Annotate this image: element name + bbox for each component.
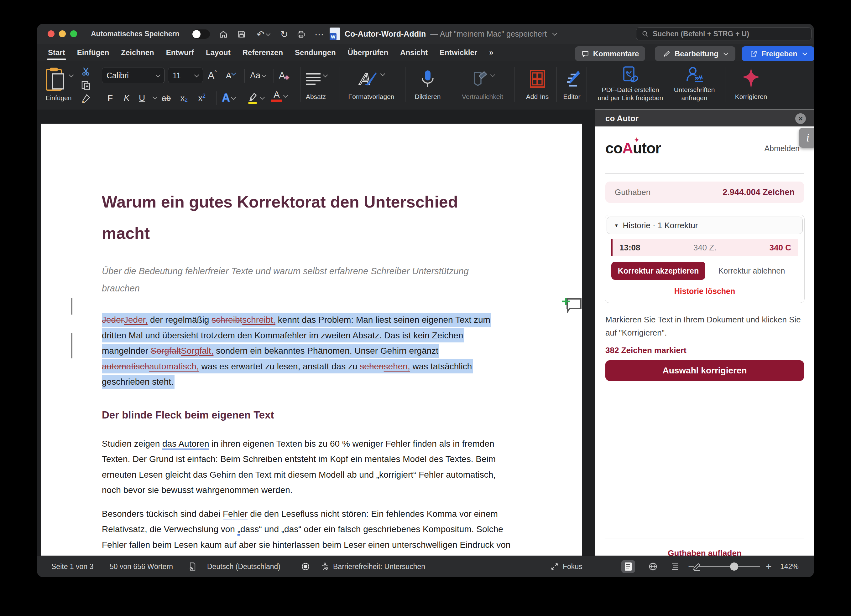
balance-value: 2.944.004 Zeichen (723, 187, 795, 197)
paragraph-align-icon (305, 72, 322, 86)
ribbon: Einfügen Calibri 11 A^ A Aa A◆ F K U ab … (37, 61, 814, 110)
format-painter-icon[interactable] (80, 93, 92, 105)
paragraph-tracked-changes[interactable]: JederJeder, der regelmäßig schreibtschre… (102, 312, 529, 390)
tab-entwurf[interactable]: Entwurf (160, 44, 200, 61)
pencil-icon (663, 50, 671, 58)
correct-addin-button[interactable]: Korrigieren (734, 65, 768, 101)
correct-selection-button[interactable]: Auswahl korrigieren (605, 360, 804, 381)
strikethrough-button[interactable]: ab (162, 91, 171, 105)
text-effects-button[interactable]: A (222, 91, 235, 105)
new-comment-icon[interactable] (561, 297, 583, 315)
toggle-knob (192, 30, 200, 38)
undo-button[interactable]: ↶ (254, 28, 272, 40)
close-taskpane-icon[interactable]: × (795, 113, 806, 124)
share-button[interactable]: Freigeben (742, 46, 814, 61)
zoom-slider-knob[interactable] (730, 562, 738, 571)
zoom-in-button[interactable]: + (766, 556, 772, 577)
balance-label: Guthaben (615, 187, 651, 197)
clear-history-link[interactable]: Historie löschen (605, 287, 804, 296)
change-case-button[interactable]: Aa (250, 68, 266, 82)
pdf-create-button[interactable]: PDF-Datei erstellen und per Link freigeb… (593, 65, 668, 102)
shrink-font-button[interactable]: A (226, 68, 235, 82)
search-input[interactable]: Suchen (Befehl + STRG + U) (636, 27, 812, 40)
taskpane-body: coA✦utor Abmelden i Guthaben 2.944.004 Z… (595, 126, 814, 556)
print-icon[interactable] (295, 28, 307, 40)
document-title: Co-Autor-Word-Addin (345, 29, 426, 39)
font-size-select[interactable]: 11 (168, 67, 203, 83)
text-line: Studien zeigen das Autoren in ihren eige… (102, 436, 529, 452)
home-icon[interactable] (218, 28, 229, 40)
tab-entwickler[interactable]: Entwickler (434, 44, 483, 61)
history-header[interactable]: ▾ Historie · 1 Korrektur (607, 217, 803, 234)
word-count-status[interactable]: 50 von 656 Wörtern (110, 556, 173, 577)
zoom-slider[interactable] (699, 566, 760, 567)
text-line: erneuten Lesen gleicht das Gehirn den Te… (102, 467, 529, 483)
chevron-down-icon (156, 72, 161, 77)
paste-button[interactable]: Einfügen (41, 65, 76, 102)
save-icon[interactable] (236, 28, 248, 40)
comments-button[interactable]: Kommentare (575, 46, 645, 61)
status-bar: Seite 1 von 3 50 von 656 Wörtern Deutsch… (37, 556, 814, 577)
document-page[interactable]: Warum ein gutes Korrektorat den Untersch… (41, 124, 582, 556)
tab-zeichnen[interactable]: Zeichnen (115, 44, 160, 61)
tab-layout[interactable]: Layout (200, 44, 236, 61)
document-title-group[interactable]: W Co-Autor-Word-Addin — Auf "meinem Mac"… (329, 24, 556, 44)
paragraph-2[interactable]: Studien zeigen das Autoren in ihren eige… (102, 436, 529, 498)
titlebar: Automatisches Speichern ↶ ↻ ⋯ W Co-Autor… (37, 24, 814, 44)
language-status[interactable]: Deutsch (Deutschland) (207, 556, 280, 577)
italic-button[interactable]: K (124, 91, 130, 105)
underline-button[interactable]: U (139, 91, 145, 105)
signout-link[interactable]: Abmelden (764, 144, 800, 153)
tab-ansicht[interactable]: Ansicht (394, 44, 434, 61)
reject-correction-button[interactable]: Korrektur ablehnen (705, 266, 798, 276)
proofing-status-icon[interactable] (188, 556, 197, 577)
print-layout-view-icon[interactable] (621, 560, 635, 573)
clear-formatting-button[interactable]: A◆ (279, 68, 289, 82)
accessibility-icon[interactable]: Barrierefreiheit: Untersuchen (320, 556, 425, 577)
accept-correction-button[interactable]: Korrektur akzeptieren (611, 262, 705, 280)
highlight-button[interactable] (246, 91, 264, 105)
editor-button[interactable]: Editor (558, 65, 586, 101)
tab--[interactable]: » (483, 44, 499, 61)
page-number-status[interactable]: Seite 1 von 3 (51, 556, 93, 577)
font-name-select[interactable]: Calibri (102, 67, 164, 83)
editing-mode-button[interactable]: Bearbeitung (655, 46, 735, 61)
grow-font-button[interactable]: A^ (208, 68, 217, 82)
tab-start[interactable]: Start (42, 44, 71, 61)
dictate-button[interactable]: Diktieren (412, 65, 444, 101)
paragraph-3[interactable]: Besonders tückisch sind dabei Fehler die… (102, 506, 529, 556)
tab-referenzen[interactable]: Referenzen (236, 44, 289, 61)
redo-icon[interactable]: ↻ (278, 28, 290, 40)
more-commands-icon[interactable]: ⋯ (313, 28, 325, 40)
ribbon-tab-row: StartEinfügenZeichnenEntwurfLayoutRefere… (37, 44, 814, 61)
superscript-button[interactable]: x2 (198, 91, 206, 105)
minimize-window-button[interactable] (59, 30, 66, 37)
close-window-button[interactable] (48, 30, 54, 37)
history-row[interactable]: 13:08 340 Z. 340 C (611, 239, 798, 256)
styles-icon: A (358, 69, 379, 88)
chevron-down-icon (69, 72, 74, 77)
subscript-button[interactable]: x2 (180, 91, 188, 105)
focus-mode-button[interactable]: Fokus (550, 556, 582, 577)
styles-group-button[interactable]: A Formatvorlagen (348, 65, 395, 101)
cut-scissors-icon[interactable] (80, 66, 92, 77)
tab--berpr-fen[interactable]: Überprüfen (342, 44, 394, 61)
search-icon (641, 30, 649, 37)
info-button[interactable]: i (799, 128, 814, 148)
macro-record-icon[interactable] (301, 556, 310, 577)
autosave-toggle[interactable] (192, 29, 210, 39)
maximize-window-button[interactable] (70, 30, 77, 37)
font-color-button[interactable]: A (271, 90, 287, 102)
zoom-level-label[interactable]: 142% (780, 556, 799, 577)
copy-icon[interactable] (80, 79, 92, 91)
bold-button[interactable]: F (107, 91, 113, 105)
outline-view-icon[interactable] (668, 560, 682, 573)
web-layout-view-icon[interactable] (646, 560, 660, 573)
text-line: noch bevor sie bewusst wahrgenommen werd… (102, 483, 529, 498)
request-signatures-button[interactable]: Unterschriften anfragen (669, 65, 719, 102)
zoom-out-button[interactable]: − (688, 556, 694, 577)
tab-einf-gen[interactable]: Einfügen (71, 44, 115, 61)
paragraph-group-button[interactable]: Absatz (299, 65, 332, 101)
tab-sendungen[interactable]: Sendungen (289, 44, 342, 61)
addins-button[interactable]: Add-Ins (522, 65, 553, 101)
